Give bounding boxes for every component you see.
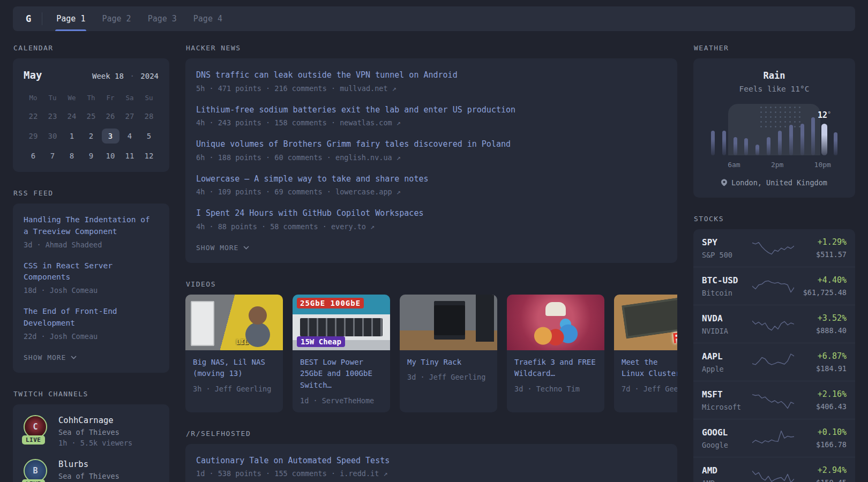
- twitch-channel-name[interactable]: Blurbs: [58, 460, 128, 469]
- feed-item-title[interactable]: Lowercase – A simple way to take and sha…: [196, 174, 428, 184]
- video-card[interactable]: LIL NASBig NAS, Lil NAS (moving 13)3h · …: [185, 295, 283, 412]
- video-thumbnail[interactable]: [507, 295, 604, 350]
- video-thumbnail[interactable]: FAST: [614, 295, 677, 350]
- calendar-day: 30: [44, 129, 62, 144]
- weather-bar-slot: 12°: [819, 109, 830, 155]
- stock-sparkline: [752, 350, 794, 374]
- twitch-channel-name[interactable]: CohhCarnage: [58, 416, 132, 425]
- stock-sparkline-wrap: [751, 236, 795, 260]
- video-card[interactable]: FASTMeet the Linux Cluster7d · Jeff Geer…: [614, 295, 677, 412]
- feed-item-title[interactable]: Cautionary Tale on Automated Speed Tests: [196, 456, 390, 465]
- calendar-day: 6: [25, 148, 42, 163]
- thumbnail-text: FAST: [672, 327, 677, 346]
- weather-bar-slot: [797, 109, 808, 155]
- video-title[interactable]: Traefik 3 and FREE Wildcard…: [514, 358, 596, 378]
- show-more-button[interactable]: SHOW MORE: [24, 353, 77, 362]
- app-logo[interactable]: G: [24, 13, 42, 24]
- stock-row-amd[interactable]: AMDAMD+2.94%$150.45: [693, 457, 855, 482]
- stock-identity: NVDANVIDIA: [702, 313, 751, 335]
- calendar-day: 29: [25, 129, 42, 144]
- show-more-button[interactable]: SHOW MORE: [196, 244, 249, 252]
- weather-time-label: [783, 161, 794, 169]
- stock-sparkline-wrap: [751, 464, 795, 482]
- stock-price: $406.43: [795, 402, 847, 411]
- stock-company-name: Bitcoin: [702, 289, 751, 297]
- stock-row-msft[interactable]: MSFTMicrosoft+2.16%$406.43: [693, 381, 855, 419]
- weather-widget: WEATHER Rain Feels like 11°C 12° 6am2pm1…: [693, 44, 855, 198]
- calendar-day: 9: [83, 148, 100, 163]
- video-title[interactable]: Meet the Linux Cluster: [622, 358, 677, 378]
- twitch-avatar-wrap: BLIVE: [24, 459, 49, 482]
- stock-values: +1.29%$511.57: [795, 237, 847, 259]
- rss-widget: RSS FEED Handling The Indentation of a T…: [13, 189, 169, 373]
- feed-item-title[interactable]: DNS traffic can leak outside the VPN tun…: [196, 70, 458, 80]
- video-card-body: Meet the Linux Cluster7d · Jeff Geerling: [614, 350, 677, 401]
- video-card-body: My Tiny Rack3d · Jeff Geerling: [400, 350, 497, 389]
- stock-sparkline-wrap: [751, 312, 795, 336]
- reddit-card: Cautionary Tale on Automated Speed Tests…: [185, 444, 677, 482]
- stock-identity: BTC-USDBitcoin: [702, 275, 751, 297]
- calendar-day: 26: [102, 109, 119, 124]
- stocks-card: SPYS&P 500+1.29%$511.57BTC-USDBitcoin+4.…: [693, 229, 855, 482]
- twitch-channel-row[interactable]: BLIVEBlurbsSea of Thieves1h · 264 viewer…: [24, 459, 159, 482]
- video-card-body: Big NAS, Lil NAS (moving 13)3h · Jeff Ge…: [185, 350, 283, 401]
- tab-page-3[interactable]: Page 3: [147, 6, 178, 31]
- stock-row-spy[interactable]: SPYS&P 500+1.29%$511.57: [693, 229, 855, 267]
- calendar-day: 7: [44, 148, 62, 163]
- stock-company-name: NVIDIA: [702, 327, 751, 335]
- calendar-day: 23: [44, 109, 62, 124]
- video-title[interactable]: BEST Low Power 25GbE and 100GbE Switch…: [300, 358, 372, 389]
- feed-item-meta: 18d · Josh Comeau: [24, 286, 159, 295]
- weather-bar-slot: [774, 109, 785, 155]
- video-meta: 3h · Jeff Geerling: [193, 385, 275, 393]
- calendar-weekday: Th: [81, 92, 101, 104]
- stock-row-nvda[interactable]: NVDANVIDIA+3.52%$888.40: [693, 305, 855, 343]
- stock-sparkline: [752, 236, 794, 260]
- feed-item-title[interactable]: The End of Front-End Development: [24, 307, 117, 327]
- weather-condition: Rain: [703, 70, 845, 81]
- stock-price: $61,725.48: [795, 288, 847, 297]
- feed-item-title[interactable]: Handling The Indentation of a Treeview C…: [24, 215, 150, 236]
- twitch-channel-row[interactable]: CLIVECohhCarnageSea of Thieves1h · 5.5k …: [24, 415, 159, 447]
- video-card[interactable]: My Tiny Rack3d · Jeff Geerling: [400, 295, 497, 412]
- weather-bar-slot: [730, 109, 741, 155]
- stock-sparkline-wrap: [751, 350, 795, 374]
- stock-identity: GOOGLGoogle: [702, 427, 751, 449]
- feed-item-title[interactable]: CSS in React Server Components: [24, 261, 113, 282]
- calendar-weekday: Sa: [120, 92, 139, 104]
- video-card[interactable]: Traefik 3 and FREE Wildcard…3d · Techno …: [507, 295, 604, 412]
- weather-bar-slot: [752, 109, 763, 155]
- stock-row-googl[interactable]: GOOGLGoogle+0.10%$166.78: [693, 419, 855, 457]
- feed-item-title[interactable]: Unique volumes of Brothers Grimm fairy t…: [196, 139, 511, 149]
- video-meta: 3d · Techno Tim: [514, 385, 597, 393]
- weather-bar: [834, 132, 837, 155]
- video-card[interactable]: 25GbE 100GbE15W CheapBEST Low Power 25Gb…: [293, 295, 390, 412]
- weather-bar: [722, 131, 726, 155]
- twitch-channel-game: Sea of Thieves: [58, 472, 128, 480]
- twitch-avatar: B: [24, 459, 47, 482]
- calendar-day: 28: [140, 109, 158, 124]
- stock-price: $150.45: [795, 478, 847, 482]
- stock-sparkline: [752, 464, 794, 482]
- stock-symbol: GOOGL: [702, 427, 751, 438]
- feed-item-title[interactable]: Lithium-free sodium batteries exit the l…: [196, 105, 515, 115]
- feed-item-title[interactable]: I Spent 24 Hours with GitHub Copilot Wor…: [196, 208, 423, 218]
- stock-symbol: SPY: [702, 237, 751, 247]
- tab-page-1[interactable]: Page 1: [55, 6, 86, 31]
- video-thumbnail[interactable]: 25GbE 100GbE15W Cheap: [293, 295, 390, 350]
- middle-column: HACKER NEWS DNS traffic can leak outside…: [185, 44, 677, 482]
- stock-values: +2.94%$150.45: [795, 465, 847, 482]
- stock-row-btc-usd[interactable]: BTC-USDBitcoin+4.40%$61,725.48: [693, 267, 855, 305]
- video-title[interactable]: My Tiny Rack: [407, 358, 461, 366]
- video-thumbnail[interactable]: [400, 295, 497, 350]
- stock-row-aapl[interactable]: AAPLApple+6.87%$184.91: [693, 343, 855, 381]
- calendar-weekday: Su: [139, 92, 159, 104]
- weather-bar: [734, 137, 737, 155]
- tab-page-4[interactable]: Page 4: [192, 6, 223, 31]
- stock-symbol: AMD: [702, 465, 751, 476]
- stock-company-name: AMD: [702, 479, 751, 482]
- calendar-weekday: We: [62, 92, 81, 104]
- video-thumbnail[interactable]: LIL NAS: [185, 295, 283, 350]
- tab-page-2[interactable]: Page 2: [101, 6, 132, 31]
- video-title[interactable]: Big NAS, Lil NAS (moving 13): [193, 358, 265, 378]
